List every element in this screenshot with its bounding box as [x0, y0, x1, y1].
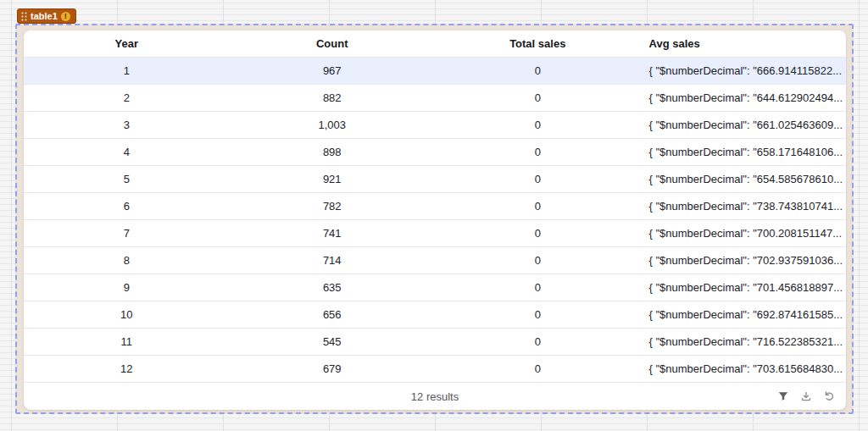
- table-row[interactable]: 59210{ "$numberDecimal": "654.585678610.…: [24, 166, 846, 193]
- cell-count: 898: [230, 139, 436, 165]
- table-row[interactable]: 115450{ "$numberDecimal": "716.522385321…: [24, 329, 846, 356]
- cell-year: 2: [24, 85, 230, 111]
- cell-avg_sales: { "$numberDecimal": "654.585678610...: [641, 166, 847, 192]
- cell-avg_sales: { "$numberDecimal": "700.208151147...: [641, 220, 847, 246]
- table-widget: YearCountTotal salesAvg sales 19670{ "$n…: [24, 30, 846, 410]
- download-icon[interactable]: [799, 390, 813, 403]
- cell-year: 11: [24, 329, 230, 355]
- cell-avg_sales: { "$numberDecimal": "658.171648106...: [641, 139, 847, 165]
- drag-handle-icon[interactable]: [21, 12, 27, 21]
- cell-total_sales: 0: [435, 58, 641, 84]
- cell-year: 8: [24, 247, 230, 274]
- cell-count: 967: [230, 58, 436, 84]
- cell-count: 635: [230, 274, 436, 301]
- widget-badge[interactable]: table1 !: [17, 8, 76, 24]
- cell-year: 4: [24, 139, 230, 165]
- cell-year: 5: [24, 166, 230, 192]
- cell-total_sales: 0: [435, 356, 641, 382]
- cell-total_sales: 0: [435, 85, 641, 111]
- cell-year: 6: [24, 193, 230, 219]
- cell-avg_sales: { "$numberDecimal": "738.743810741...: [641, 193, 847, 219]
- footer-toolbar: [776, 390, 836, 403]
- cell-avg_sales: { "$numberDecimal": "692.874161585...: [641, 301, 847, 328]
- cell-count: 545: [230, 329, 436, 355]
- cell-total_sales: 0: [435, 166, 641, 192]
- cell-year: 1: [24, 58, 230, 84]
- refresh-icon[interactable]: [822, 390, 836, 403]
- table-row[interactable]: 87140{ "$numberDecimal": "702.937591036.…: [24, 247, 846, 274]
- cell-count: 741: [230, 220, 436, 246]
- cell-year: 3: [24, 112, 230, 138]
- table-row[interactable]: 48980{ "$numberDecimal": "658.171648106.…: [24, 139, 846, 166]
- table-row[interactable]: 106560{ "$numberDecimal": "692.874161585…: [24, 301, 846, 329]
- cell-count: 679: [230, 356, 436, 382]
- column-header-year[interactable]: Year: [24, 30, 230, 57]
- warning-icon[interactable]: !: [61, 12, 70, 21]
- cell-avg_sales: { "$numberDecimal": "702.937591036...: [641, 247, 847, 274]
- widget-badge-label: table1: [31, 11, 58, 21]
- cell-total_sales: 0: [435, 247, 641, 274]
- cell-year: 9: [24, 274, 230, 301]
- table-row[interactable]: 28820{ "$numberDecimal": "644.612902494.…: [24, 85, 846, 112]
- table-row[interactable]: 31,0030{ "$numberDecimal": "661.02546360…: [24, 112, 846, 139]
- cell-avg_sales: { "$numberDecimal": "703.615684830...: [641, 356, 847, 382]
- cell-total_sales: 0: [435, 329, 641, 355]
- filter-icon[interactable]: [776, 390, 790, 403]
- table-row[interactable]: 96350{ "$numberDecimal": "701.456818897.…: [24, 274, 846, 301]
- cell-count: 882: [230, 85, 436, 111]
- table-row[interactable]: 19670{ "$numberDecimal": "666.914115822.…: [24, 58, 846, 85]
- table-row[interactable]: 77410{ "$numberDecimal": "700.208151147.…: [24, 220, 846, 247]
- cell-total_sales: 0: [435, 112, 641, 138]
- table-header-row: YearCountTotal salesAvg sales: [24, 30, 846, 58]
- cell-count: 656: [230, 301, 436, 328]
- cell-total_sales: 0: [435, 193, 641, 219]
- table-row[interactable]: 67820{ "$numberDecimal": "738.743810741.…: [24, 193, 846, 220]
- cell-total_sales: 0: [435, 139, 641, 165]
- cell-avg_sales: { "$numberDecimal": "644.612902494...: [641, 85, 847, 111]
- cell-count: 921: [230, 166, 436, 192]
- column-header-count[interactable]: Count: [230, 30, 436, 57]
- cell-year: 12: [24, 356, 230, 382]
- table-footer: 12 results: [24, 383, 846, 410]
- table-body: 19670{ "$numberDecimal": "666.914115822.…: [24, 58, 846, 383]
- cell-total_sales: 0: [435, 301, 641, 328]
- table-row[interactable]: 126790{ "$numberDecimal": "703.615684830…: [24, 356, 846, 383]
- column-header-avg_sales[interactable]: Avg sales: [641, 30, 847, 57]
- cell-avg_sales: { "$numberDecimal": "661.025463609...: [641, 112, 847, 138]
- column-header-total_sales[interactable]: Total sales: [435, 30, 641, 57]
- cell-count: 714: [230, 247, 436, 274]
- cell-count: 782: [230, 193, 436, 219]
- cell-year: 10: [24, 301, 230, 328]
- cell-count: 1,003: [230, 112, 436, 138]
- cell-avg_sales: { "$numberDecimal": "666.914115822...: [641, 58, 847, 84]
- results-count: 12 results: [24, 390, 846, 403]
- cell-total_sales: 0: [435, 220, 641, 246]
- cell-total_sales: 0: [435, 274, 641, 301]
- cell-year: 7: [24, 220, 230, 246]
- cell-avg_sales: { "$numberDecimal": "701.456818897...: [641, 274, 847, 301]
- cell-avg_sales: { "$numberDecimal": "716.522385321...: [641, 329, 847, 355]
